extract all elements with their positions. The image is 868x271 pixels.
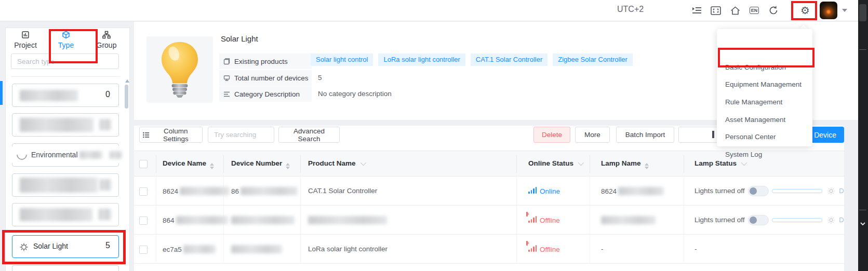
column-header-product-name[interactable]: Product Name	[308, 159, 365, 167]
more-button[interactable]: More	[575, 127, 610, 143]
type-list-item-solar-light[interactable]: Solar Light 5	[12, 235, 119, 258]
redacted-count	[100, 119, 111, 130]
brightness-slider[interactable]	[772, 189, 822, 193]
side-rail-handle[interactable]	[859, 4, 866, 21]
column-header-lamp-name[interactable]: Lamp Name	[601, 159, 649, 169]
lamp-toggle[interactable]	[748, 215, 769, 225]
table-row[interactable]: 8624 86 CAT.1 Solar Controller Online 86…	[134, 177, 844, 206]
field-label-total-devices: Total number of devices	[219, 70, 312, 86]
filter-chevron-icon[interactable]	[578, 160, 584, 166]
app-window: UTC+2 EN ⚙ Project	[0, 0, 868, 271]
brightness-sun-icon	[827, 187, 835, 195]
product-tag[interactable]: Zigbee Solar Controller	[553, 53, 633, 66]
column-header-device-name[interactable]: Device Name	[163, 159, 214, 169]
column-header-online-status[interactable]: Online Status	[528, 159, 582, 167]
column-settings-icon	[143, 132, 150, 138]
menu-item-asset-management[interactable]: Asset Management	[725, 115, 808, 125]
product-tag[interactable]: CAT.1 Solar Controller	[471, 53, 547, 66]
device-number-cell: 86	[231, 187, 298, 195]
side-rail-chevron-down-icon[interactable]	[859, 220, 866, 227]
type-list-item[interactable]: 0	[12, 84, 119, 107]
side-rail-divider	[859, 49, 866, 50]
advanced-search-button[interactable]: Advanced Search	[278, 127, 340, 143]
signal-offline-icon: ✕	[528, 245, 537, 252]
redacted-count	[99, 209, 111, 220]
left-accent-strip	[0, 81, 3, 105]
sort-icon[interactable]	[645, 163, 649, 169]
type-list-item[interactable]	[12, 113, 119, 137]
row-checkbox[interactable]	[139, 187, 148, 196]
table-search-input[interactable]	[208, 127, 274, 143]
device-number-cell	[231, 216, 295, 224]
lamp-name-cell: 8624	[601, 187, 664, 195]
home-icon[interactable]	[729, 4, 741, 17]
online-status-cell: ✕Offline	[528, 216, 560, 224]
redacted-text	[20, 118, 94, 132]
filter-chevron-icon[interactable]	[741, 160, 747, 166]
type-cube-icon	[48, 30, 84, 39]
sort-icon[interactable]	[286, 163, 290, 169]
dimming-link[interactable]: D	[839, 216, 844, 224]
menu-item-equipment-management[interactable]: Equipment Management	[725, 79, 808, 90]
redacted-text	[180, 187, 230, 195]
column-settings-button[interactable]: Column Settings	[139, 127, 203, 143]
sidebar-tab-project[interactable]: Project	[7, 30, 44, 49]
dimming-link[interactable]: D	[839, 187, 844, 195]
device-table-card: Column Settings Advanced Search Delete M…	[134, 126, 844, 271]
brightness-slider[interactable]	[772, 218, 822, 222]
lamp-toggle[interactable]	[748, 186, 769, 196]
sidebar-tab-type[interactable]: Type	[48, 30, 84, 49]
sidebar-tab-label: Type	[48, 41, 84, 49]
language-en-icon[interactable]: EN	[748, 4, 760, 17]
row-checkbox[interactable]	[139, 216, 148, 225]
search-type-input[interactable]	[11, 53, 119, 69]
menu-collapse-icon[interactable]	[690, 4, 703, 17]
brightness-sun-icon	[827, 216, 835, 224]
lamp-status-cell: Lights turned off	[695, 187, 745, 195]
type-list-item[interactable]	[12, 203, 119, 226]
topbar: UTC+2 EN ⚙	[0, 0, 858, 21]
field-label-category-description: Category Description	[219, 86, 312, 102]
online-status-cell: ✕Offline	[528, 245, 560, 253]
column-header-device-number[interactable]: Device Number	[231, 159, 290, 169]
delete-button[interactable]: Delete	[533, 127, 570, 143]
sort-icon[interactable]	[210, 163, 214, 169]
user-menu-caret-icon[interactable]	[842, 9, 847, 12]
type-list-item-environmental[interactable]: Environmental	[12, 143, 119, 167]
menu-item-basic-configuration[interactable]: Basic Configuration	[725, 62, 808, 73]
type-list-item[interactable]	[12, 173, 119, 197]
type-list-item-partial[interactable]	[12, 265, 119, 271]
filter-chevron-icon[interactable]	[360, 160, 366, 166]
table-row[interactable]: 864 ✕Offline Lights turned off D	[134, 206, 844, 235]
type-count: 5	[105, 241, 110, 250]
fullscreen-icon[interactable]	[710, 4, 722, 17]
menu-item-system-log[interactable]: System Log	[725, 150, 808, 160]
field-label-existing-products: Existing products	[219, 53, 312, 69]
redacted-text	[308, 216, 387, 224]
sidebar-tab-label: Group	[88, 41, 125, 49]
column-header-lamp-status[interactable]: Lamp Status	[695, 159, 745, 167]
row-checkbox[interactable]	[139, 246, 148, 254]
settings-gear-icon[interactable]: ⚙	[799, 4, 811, 17]
device-name-cell: ec7a5	[163, 245, 216, 253]
product-tag[interactable]: Solar light control	[311, 53, 373, 66]
table-row[interactable]: ec7a5 LoRa solar light controller ✕Offli…	[134, 235, 844, 264]
sidebar-scrollbar[interactable]	[125, 85, 128, 109]
refresh-icon[interactable]	[767, 4, 780, 17]
redacted-text	[618, 187, 664, 195]
user-avatar[interactable]	[820, 2, 837, 19]
browser-side-rail	[858, 0, 868, 271]
sidebar-tab-group[interactable]: Group	[88, 30, 125, 49]
scrollbar-up-arrow[interactable]	[125, 79, 129, 83]
batch-import-button[interactable]: Batch Import	[616, 127, 674, 143]
devices-icon	[223, 75, 230, 82]
select-all-checkbox[interactable]	[139, 160, 148, 168]
menu-item-rule-management[interactable]: Rule Management	[725, 97, 808, 107]
type-item-icon	[15, 147, 29, 162]
device-name-cell: 864	[163, 216, 228, 224]
menu-item-personal-center[interactable]: Personal Center	[725, 132, 808, 142]
product-tag[interactable]: LoRa solar light controller	[378, 53, 465, 66]
online-status-cell: Online	[528, 187, 560, 195]
category-description-value: No category description	[318, 90, 392, 98]
group-tree-icon	[88, 30, 125, 39]
